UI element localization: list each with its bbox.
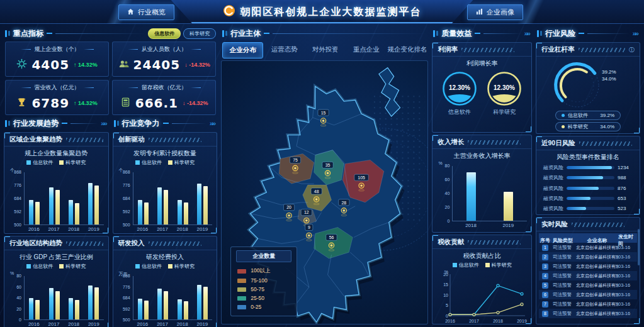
- bar: [157, 289, 162, 319]
- top-bar: 行业概览 朝阳区科创规上企业大数据监测平台 企业画像: [0, 0, 644, 24]
- svg-text:2016: 2016: [445, 319, 455, 323]
- slashes-decor: [572, 223, 624, 227]
- kpi-value: 4405: [31, 57, 69, 72]
- more-arrows-icon[interactable]: »»: [210, 119, 216, 127]
- svg-text:39.2%: 39.2%: [602, 69, 616, 75]
- section-industry-trend: 行业发展趋势 »»: [4, 116, 109, 130]
- tab-0[interactable]: 企业分布: [222, 42, 263, 58]
- kpi-label: 留存税收（亿元）: [116, 84, 212, 92]
- kpi-label: 从业人员数（人）: [116, 45, 212, 53]
- decor-dash: [163, 123, 169, 124]
- bar: [35, 300, 40, 320]
- legend-item: 100以上: [236, 266, 291, 276]
- decor-line: [172, 123, 206, 124]
- more-arrows-icon[interactable]: »»: [633, 30, 639, 37]
- section-quality: 质量效益 »»: [432, 26, 532, 40]
- nav-enterprise-profile[interactable]: 企业画像: [467, 4, 523, 20]
- decor-dash: [475, 33, 480, 34]
- slashes-decor: [66, 241, 103, 246]
- decor-dash: [579, 33, 584, 34]
- decor-line: [483, 33, 521, 34]
- nav-industry-overview[interactable]: 行业概览: [118, 4, 174, 20]
- risk-rank-row: 融资风险653: [538, 193, 638, 203]
- bar: [164, 291, 168, 319]
- filter-tag[interactable]: 科学研究: [183, 28, 216, 39]
- bar: [144, 301, 149, 319]
- section-title: 行业发展趋势: [13, 118, 59, 129]
- table-row[interactable]: 2司法预警北京启创卓越科技有限公司03-16: [539, 252, 637, 262]
- bar: [164, 190, 168, 224]
- kpi-card: 营业收入（亿元）6789↑ 14.32%: [5, 80, 109, 115]
- filter-tag[interactable]: 信息软件: [148, 28, 181, 39]
- bar: [178, 299, 182, 319]
- slashes-decor: [149, 241, 201, 246]
- decor-line: [71, 123, 98, 124]
- svg-text:5: 5: [446, 303, 448, 308]
- svg-text:75: 75: [293, 158, 298, 162]
- tab-4[interactable]: 规企变化排名: [387, 42, 427, 58]
- risk-column: 行业风险 »» 行业杠杆率ⓘ 39.2%34.0%信息软件39.2%科学研究34…: [536, 26, 640, 324]
- tab-1[interactable]: 运营态势: [264, 42, 304, 58]
- home-icon: [127, 8, 134, 16]
- bar: [138, 299, 142, 319]
- table-row[interactable]: 5司法预警北京启创卓越科技有限公司03-16: [539, 280, 637, 290]
- chart-legend: 信息软件科学研究: [118, 158, 213, 167]
- district-map: 15753510548282012956 企业数量 100以上75-10050-…: [221, 60, 428, 324]
- chart-legend: 信息软件科学研究: [9, 158, 104, 167]
- bar: [197, 184, 201, 224]
- panel-region-structure: 行业地区结构趋势 行业 GDP 占第三产业比例信息软件科学研究%02040608…: [4, 236, 109, 327]
- main-tabs: 企业分布运营态势对外投资重点企业规企变化排名: [222, 42, 427, 58]
- chart-leverage-arc: 39.2%34.0%信息软件39.2%科学研究34.0%: [536, 57, 640, 133]
- kpi-value: 24405: [133, 57, 181, 72]
- kpi-value: 6789: [31, 96, 69, 111]
- profit-gauge: 12.30%信息软件: [441, 70, 478, 116]
- bar: [69, 200, 73, 224]
- nav-label: 行业概览: [138, 8, 166, 17]
- chart-title: 研发经费投入: [118, 251, 213, 262]
- kpi-card: 规上企业数（个）4405↑ 14.32%: [5, 42, 109, 77]
- chart-title: 风险类型事件数量排名: [538, 151, 638, 162]
- panel-realtime-risk: 实时风险 序号风险类型企业名称发生时间1司法预警北京启创卓越科技有限公司03-1…: [536, 217, 640, 324]
- table-row[interactable]: 8司法预警北京启创卓越科技有限公司03-16: [539, 309, 637, 318]
- legend-pill: 科学研究34.0%: [555, 122, 621, 131]
- table-row[interactable]: 4司法预警北京启创卓越科技有限公司03-16: [539, 271, 637, 280]
- tab-2[interactable]: 对外投资: [305, 42, 345, 58]
- table-row[interactable]: 6司法预警北京启创卓越科技有限公司03-16: [539, 290, 637, 299]
- chart-title: 规上企业数量集聚趋势: [9, 147, 104, 158]
- more-arrows-icon[interactable]: »»: [101, 119, 107, 127]
- bar: [88, 285, 93, 319]
- bar: [184, 202, 188, 224]
- table-scrollbar[interactable]: [638, 229, 640, 265]
- section-bars-icon: [537, 30, 542, 37]
- map-legend-items: 100以上75-10050-7525-500-25: [236, 266, 291, 311]
- line-chart: %051015202016201720182019: [438, 270, 527, 323]
- table-row[interactable]: 3司法预警北京启创卓越科技有限公司03-16: [539, 262, 637, 271]
- table-row[interactable]: 1司法预警北京启创卓越科技有限公司03-16: [539, 243, 637, 252]
- map-legend: 企业数量 100以上75-10050-7525-500-25: [230, 247, 297, 316]
- bar: [69, 298, 73, 319]
- kpi-delta: ↓ -14.32%: [183, 100, 208, 106]
- svg-text:2018: 2018: [493, 319, 503, 323]
- table-row[interactable]: 7司法预警北京启创卓越科技有限公司03-16: [539, 299, 637, 309]
- map-legend-title: 企业数量: [236, 250, 291, 262]
- svg-text:15: 15: [321, 111, 326, 115]
- svg-text:10: 10: [443, 293, 448, 297]
- more-arrows-icon[interactable]: »»: [524, 30, 531, 37]
- kpi-delta: ↑ 14.32%: [74, 62, 98, 68]
- panel-rd-investment: 研发投入 研发经费投入信息软件科学研究万元5005926847768682016…: [113, 236, 218, 327]
- svg-text:35: 35: [325, 163, 330, 167]
- slashes-decor: [468, 140, 521, 145]
- panel-title: 创新驱动: [118, 135, 145, 144]
- panel-leverage: 行业杠杆率ⓘ 39.2%34.0%信息软件39.2%科学研究34.0%: [536, 42, 640, 134]
- bar: [94, 287, 99, 319]
- info-icon[interactable]: ⓘ: [629, 46, 635, 54]
- chart-title: 发明专利累计授权数量: [118, 147, 213, 158]
- section-title: 质量效益: [441, 28, 472, 39]
- table-header: 序号风险类型企业名称发生时间: [539, 233, 637, 243]
- tax-icon: [120, 97, 131, 110]
- tab-3[interactable]: 重点企业: [346, 42, 386, 58]
- bar: [88, 183, 93, 224]
- panel-title: 行业地区结构趋势: [9, 239, 62, 248]
- kpi-tags: 信息软件科学研究: [148, 28, 216, 39]
- chart-patents: 发明专利累计授权数量信息软件科学研究个500592684776868201620…: [113, 147, 217, 233]
